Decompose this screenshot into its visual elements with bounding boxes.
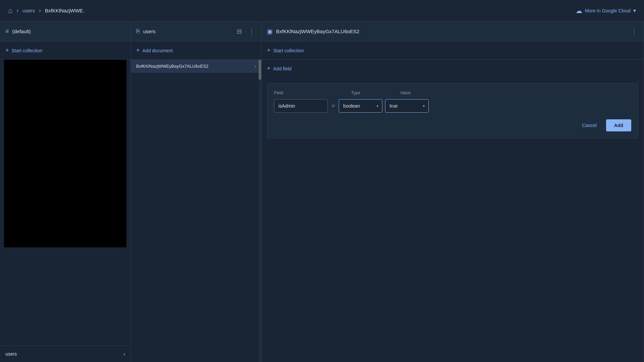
left-panel-title: (default): [12, 28, 31, 34]
breadcrumb-document: BxfKKlNazjWWE.: [45, 8, 85, 13]
left-panel-header-left: ≡ (default): [5, 28, 31, 35]
start-collection-label-right: Start collection: [273, 48, 304, 53]
top-navigation: ⌂ › users › BxfKKlNazjWWE. ☁ More in Goo…: [0, 0, 644, 21]
add-field-button[interactable]: + Add field: [262, 60, 644, 77]
main-content: ≡ (default) + Start collection users › ⎘…: [0, 21, 644, 362]
field-form-inputs: = boolean string number map array null t…: [274, 99, 631, 113]
add-document-button[interactable]: + Add document: [131, 42, 261, 60]
value-select[interactable]: true false: [385, 99, 429, 113]
collection-icon: ⎘: [136, 28, 140, 35]
left-panel-content: [0, 60, 130, 346]
field-column-label: Field: [274, 90, 283, 95]
type-column-label: Type: [351, 90, 360, 95]
home-icon[interactable]: ⌂: [8, 6, 12, 15]
field-form-actions: Cancel Add: [274, 119, 631, 131]
add-button[interactable]: Add: [606, 119, 631, 131]
chevron-down-icon: ▾: [633, 7, 636, 14]
add-field-label: Add field: [273, 66, 291, 71]
cancel-button[interactable]: Cancel: [577, 120, 602, 131]
value-select-wrapper: true false: [385, 99, 429, 113]
right-panel-header-right: ⋮: [630, 26, 638, 37]
plus-icon-right-field: +: [267, 65, 271, 72]
breadcrumb-area: ⌂ › users › BxfKKlNazjWWE.: [8, 6, 85, 15]
plus-icon-right-collection: +: [267, 47, 271, 54]
cloud-icon: ☁: [576, 7, 582, 15]
document-item[interactable]: BxfKKlNazjWWEyBayGx7ALU6oES2 ›: [131, 60, 261, 73]
start-collection-label-left: Start collection: [12, 48, 43, 53]
value-column-label: Value: [400, 90, 411, 95]
document-list: BxfKKlNazjWWEyBayGx7ALU6oES2 ›: [131, 60, 261, 362]
breadcrumb-separator-1: ›: [16, 7, 18, 14]
users-nav-item[interactable]: users ›: [0, 346, 130, 362]
scrollbar-thumb[interactable]: [259, 60, 261, 80]
field-name-input[interactable]: [274, 99, 328, 113]
field-form-labels: Field Type Value: [274, 90, 631, 95]
more-in-cloud-button[interactable]: ☁ More in Google Cloud ▾: [576, 7, 636, 15]
scrollbar-track: [259, 60, 261, 362]
breadcrumb-users[interactable]: users: [22, 8, 35, 13]
start-collection-button-left[interactable]: + Start collection: [0, 42, 130, 60]
users-nav-label: users: [5, 351, 17, 357]
add-document-label: Add document: [143, 48, 173, 53]
document-id: BxfKKlNazjWWEyBayGx7ALU6oES2: [136, 64, 208, 69]
breadcrumb-separator-2: ›: [39, 7, 41, 14]
more-options-icon-middle[interactable]: ⋮: [247, 26, 256, 37]
right-panel: ▣ BxfKKlNazjWWEyBayGx7ALU6oES2 ⋮ + Start…: [262, 21, 644, 362]
collection-thumbnail: [4, 60, 126, 247]
middle-panel-title: users: [143, 28, 156, 34]
type-select-wrapper: boolean string number map array null tim…: [339, 99, 382, 113]
right-panel-header-left: ▣ BxfKKlNazjWWEyBayGx7ALU6oES2: [267, 28, 359, 35]
start-collection-button-right[interactable]: + Start collection: [262, 42, 644, 60]
users-nav-arrow: ›: [123, 351, 125, 357]
middle-panel-header-left: ⎘ users: [136, 28, 156, 35]
plus-icon-middle: +: [136, 47, 140, 54]
middle-panel: ⎘ users ⊟ ⋮ + Add document BxfKKlNazjWWE…: [131, 21, 262, 362]
more-options-icon-right[interactable]: ⋮: [630, 26, 638, 37]
plus-icon-left: +: [5, 47, 9, 54]
more-in-cloud-label: More in Google Cloud: [585, 8, 631, 13]
middle-panel-header-right: ⊟ ⋮: [235, 26, 256, 37]
document-icon: ▣: [267, 28, 273, 35]
default-icon: ≡: [5, 28, 9, 35]
left-panel-header: ≡ (default): [0, 21, 130, 42]
filter-icon[interactable]: ⊟: [235, 26, 243, 37]
add-field-form: Field Type Value = boolean string: [267, 83, 638, 138]
type-select[interactable]: boolean string number map array null tim…: [339, 99, 382, 113]
middle-panel-header: ⎘ users ⊟ ⋮: [131, 21, 261, 42]
right-panel-header: ▣ BxfKKlNazjWWEyBayGx7ALU6oES2 ⋮: [262, 21, 644, 42]
left-panel: ≡ (default) + Start collection users ›: [0, 21, 131, 362]
equals-sign: =: [330, 103, 336, 109]
right-panel-title: BxfKKlNazjWWEyBayGx7ALU6oES2: [276, 28, 359, 34]
document-arrow-icon: ›: [255, 64, 256, 69]
